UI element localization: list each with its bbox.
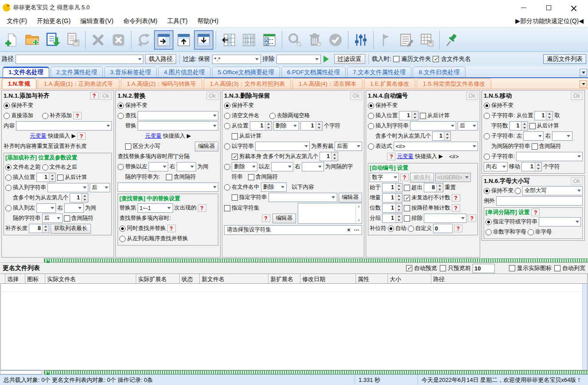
p5-direction-combo[interactable]: 向右 (484, 162, 508, 171)
menu-help[interactable]: 帮助(H) (193, 16, 223, 27)
subtab-encoding[interactable]: 1.A.高级(2)：编码与转换等 (121, 78, 202, 89)
auto-col-width-checkbox[interactable] (554, 265, 560, 271)
edit-notes-button[interactable] (396, 30, 417, 50)
p4-keep-radio[interactable] (368, 103, 374, 109)
p3-del-between-mode-combo[interactable]: 删除 (232, 162, 257, 171)
col-real-ext[interactable]: 实际扩展名 (136, 274, 179, 283)
spinner-arrows-icon[interactable] (395, 204, 402, 212)
minimize-button[interactable] (518, 3, 529, 12)
tab-pdf-attributes[interactable]: 6.PDF文档属性处理 (281, 67, 346, 77)
help-button[interactable]: ? (452, 204, 460, 212)
more-options-button[interactable]: ··· (354, 227, 360, 233)
help-button[interactable]: ? (387, 153, 395, 160)
p2-nth-combo[interactable]: 1~-1 (138, 203, 173, 213)
help-button[interactable]: ? (77, 132, 86, 140)
filter-keep-combo[interactable]: *.* (212, 55, 261, 64)
traverse-folders-checkbox[interactable] (393, 56, 399, 62)
p3-from-pos-radio[interactable] (224, 123, 230, 129)
auto-preview-checkbox[interactable] (406, 265, 412, 271)
subtab-specific-type[interactable]: 1.S.特定类型文件名修改 (417, 78, 491, 89)
p4-before-after-combo[interactable]: 后 (458, 121, 478, 131)
file-table-body[interactable] (0, 284, 588, 370)
p2-replace-combo[interactable] (138, 121, 218, 131)
p1-content-combo[interactable] (16, 121, 112, 131)
refresh-button[interactable] (134, 30, 154, 50)
p1-keep-radio[interactable] (4, 103, 10, 109)
exclude-combo[interactable] (276, 55, 321, 64)
flag-button[interactable] (376, 30, 396, 50)
main-tab-overflow-button[interactable] (580, 69, 587, 76)
columns-view-button[interactable] (239, 30, 259, 50)
p2-find-combo[interactable] (138, 111, 218, 120)
p3-by-string-combo[interactable] (255, 142, 310, 151)
p3-del-between-radio[interactable] (224, 164, 230, 170)
p3-charset-textarea[interactable]: ▲▼ (298, 203, 362, 224)
p3-spec-string-checkbox[interactable] (232, 194, 238, 201)
help-button[interactable]: ? (452, 194, 460, 202)
p2-incl-sep-checkbox[interactable] (166, 174, 172, 180)
panel2-ok-button[interactable]: Ok (206, 92, 218, 100)
p4-assign-target-combo[interactable]: <USER0> (435, 173, 471, 182)
p2-case-checkbox[interactable] (125, 143, 131, 150)
preview-count-input[interactable]: 10 (473, 264, 495, 273)
help-button[interactable]: ? (454, 225, 462, 232)
p3-preset-charset-select[interactable]: 请选择预设字符集×··· (224, 225, 362, 235)
subtab-script[interactable]: 1.A.高级(4)：语言脚本 (292, 78, 363, 89)
p5-keep-radio[interactable] (484, 103, 490, 109)
panel6-ok-button[interactable]: Ok (571, 177, 583, 185)
spinner-arrows-icon[interactable] (395, 183, 402, 192)
col-icon[interactable]: 图标 (25, 274, 45, 283)
load-path-button[interactable]: 载入路径 (145, 54, 176, 64)
p3-incl-sep-checkbox[interactable] (248, 174, 254, 180)
panel5-ok-button[interactable]: Ok (571, 92, 583, 100)
p2-quick-insert-label[interactable]: 快捷插入 ▶ (163, 132, 191, 140)
p6-mode-radio[interactable] (515, 188, 521, 194)
p3-keep-radio[interactable] (224, 103, 230, 109)
preview-first-checkbox[interactable] (440, 265, 446, 271)
help-button[interactable]: ? (198, 204, 206, 212)
spinner-arrows-icon[interactable] (436, 183, 443, 192)
p5-substr-pos-radio[interactable] (484, 113, 490, 119)
p4-quick-insert-label[interactable]: 快捷插入 ▶ (415, 153, 443, 160)
p1-left-sep-combo[interactable] (36, 203, 56, 213)
col-new-ext[interactable]: 新扩展名 (268, 274, 300, 283)
delete-selected-button[interactable] (88, 30, 108, 50)
p2-gap-value-combo[interactable] (118, 183, 218, 192)
search-check-button[interactable] (284, 30, 305, 50)
spinner-arrows-icon[interactable] (331, 152, 338, 161)
p5-count-spinner[interactable]: 1 (509, 121, 528, 131)
col-rowmark[interactable] (0, 274, 5, 283)
p3-pos-spinner[interactable]: 1 (250, 121, 272, 131)
clear-list-button[interactable] (108, 30, 129, 50)
spinner-arrows-icon[interactable] (316, 122, 322, 130)
p3-cut-self-checkbox[interactable] (232, 154, 238, 160)
scrollbar[interactable]: ▲▼ (355, 203, 362, 223)
export-table-button[interactable] (417, 30, 437, 50)
p4-insert-pos-spinner[interactable]: 1 (399, 111, 418, 120)
p1-gap-pos-combo[interactable]: 后 (42, 214, 63, 223)
tab-text-attributes[interactable]: 7.文本文件属性处理 (347, 67, 411, 77)
p1-before-after-combo[interactable]: 后 (90, 183, 110, 192)
apply-check-button[interactable] (325, 30, 346, 50)
p1-pad-add-radio[interactable] (42, 113, 48, 119)
menu-tools[interactable]: 工具(T) (162, 16, 193, 27)
help-button[interactable]: ? (400, 174, 409, 181)
p4-insert-to-string-combo[interactable] (410, 121, 456, 131)
p5-from-end-checkbox[interactable] (529, 123, 536, 129)
p4-insert-to-string-radio[interactable] (368, 123, 374, 129)
p5-left-sep-combo[interactable] (523, 131, 544, 141)
p1-quick-insert-label[interactable]: 快捷插入 ▶ (48, 132, 76, 140)
settings-button[interactable] (351, 30, 371, 50)
p3-trim-radio[interactable] (269, 113, 276, 119)
panel-up-toggle[interactable] (174, 30, 194, 50)
p5-right-sep-combo[interactable] (552, 131, 572, 141)
subtab-extension[interactable]: 1.E.扩展名修改 (364, 78, 415, 89)
p1-insert-pos-radio[interactable] (5, 175, 12, 181)
help-button[interactable]: ? (531, 209, 540, 216)
pin-button[interactable] (442, 30, 462, 50)
p6-mode-combo[interactable]: 全部大写 (522, 186, 583, 195)
new-file-button[interactable] (1, 30, 22, 50)
col-size[interactable]: 大小 (387, 274, 431, 283)
p5-incl-sep-checkbox[interactable] (532, 143, 538, 150)
vertical-scrollbar[interactable] (582, 284, 587, 370)
